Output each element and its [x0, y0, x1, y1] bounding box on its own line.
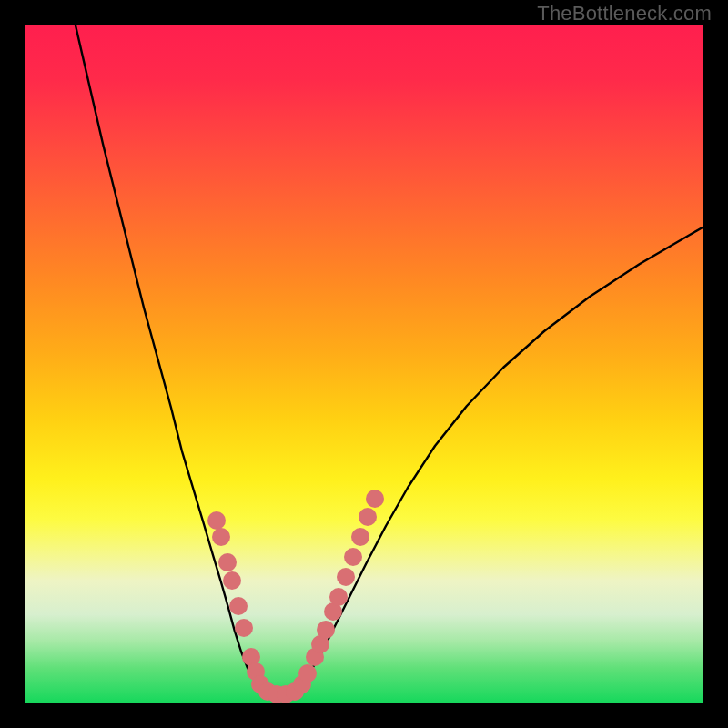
- bead-marker: [359, 508, 377, 526]
- bead-marker: [235, 619, 253, 637]
- bead-marker: [351, 528, 369, 546]
- plot-area: [25, 25, 703, 703]
- bead-marker: [317, 621, 335, 639]
- bead-marker: [229, 597, 248, 615]
- outer-frame: TheBottleneck.com: [0, 0, 728, 728]
- bead-marker: [298, 664, 317, 682]
- bead-marker: [218, 553, 237, 571]
- bead-marker: [329, 588, 348, 606]
- bottleneck-curve: [76, 25, 703, 695]
- watermark-text: TheBottleneck.com: [537, 2, 712, 25]
- bead-group: [207, 490, 384, 703]
- bead-marker: [366, 490, 384, 508]
- bead-marker: [212, 528, 230, 546]
- bead-marker: [337, 568, 355, 586]
- chart-svg: [25, 25, 703, 703]
- bead-marker: [207, 511, 226, 530]
- bead-marker: [223, 571, 241, 590]
- bead-marker: [344, 548, 362, 566]
